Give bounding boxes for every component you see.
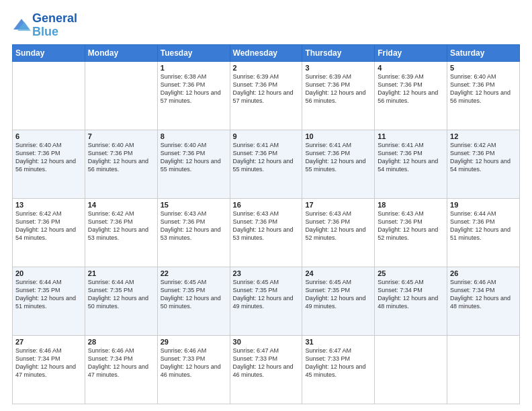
calendar-header-tuesday: Tuesday <box>157 44 230 61</box>
day-number: 16 <box>233 201 300 209</box>
calendar-cell <box>85 61 157 130</box>
day-number: 27 <box>15 338 82 346</box>
day-info: Sunrise: 6:39 AM Sunset: 7:36 PM Dayligh… <box>233 73 300 105</box>
day-number: 2 <box>233 64 300 72</box>
calendar-cell: 22Sunrise: 6:45 AM Sunset: 7:35 PM Dayli… <box>157 267 230 335</box>
calendar-cell: 11Sunrise: 6:41 AM Sunset: 7:36 PM Dayli… <box>375 130 447 198</box>
day-number: 29 <box>161 338 227 346</box>
day-number: 8 <box>161 132 227 140</box>
calendar-cell: 29Sunrise: 6:46 AM Sunset: 7:33 PM Dayli… <box>157 335 230 404</box>
day-info: Sunrise: 6:45 AM Sunset: 7:34 PM Dayligh… <box>378 278 444 311</box>
calendar-cell: 14Sunrise: 6:42 AM Sunset: 7:36 PM Dayli… <box>85 198 157 267</box>
calendar-header-friday: Friday <box>375 44 447 61</box>
day-info: Sunrise: 6:44 AM Sunset: 7:36 PM Dayligh… <box>450 210 517 242</box>
day-info: Sunrise: 6:45 AM Sunset: 7:35 PM Dayligh… <box>233 278 300 311</box>
calendar-header-saturday: Saturday <box>447 44 520 61</box>
calendar-cell: 8Sunrise: 6:40 AM Sunset: 7:36 PM Daylig… <box>157 130 230 198</box>
day-info: Sunrise: 6:41 AM Sunset: 7:36 PM Dayligh… <box>378 141 444 174</box>
calendar-cell: 23Sunrise: 6:45 AM Sunset: 7:35 PM Dayli… <box>230 267 302 335</box>
header: General Blue <box>12 12 520 39</box>
day-info: Sunrise: 6:40 AM Sunset: 7:36 PM Dayligh… <box>161 141 227 174</box>
day-number: 19 <box>450 201 517 209</box>
day-number: 13 <box>15 201 82 209</box>
day-number: 6 <box>15 132 82 140</box>
day-info: Sunrise: 6:44 AM Sunset: 7:35 PM Dayligh… <box>88 278 154 311</box>
day-number: 17 <box>305 201 371 209</box>
calendar-week-3: 13Sunrise: 6:42 AM Sunset: 7:36 PM Dayli… <box>13 198 520 267</box>
calendar-cell: 1Sunrise: 6:38 AM Sunset: 7:36 PM Daylig… <box>157 61 230 130</box>
day-info: Sunrise: 6:43 AM Sunset: 7:36 PM Dayligh… <box>378 210 444 242</box>
calendar-cell: 2Sunrise: 6:39 AM Sunset: 7:36 PM Daylig… <box>230 61 302 130</box>
day-info: Sunrise: 6:47 AM Sunset: 7:33 PM Dayligh… <box>233 347 300 379</box>
calendar-cell: 25Sunrise: 6:45 AM Sunset: 7:34 PM Dayli… <box>375 267 447 335</box>
day-info: Sunrise: 6:42 AM Sunset: 7:36 PM Dayligh… <box>15 210 82 242</box>
calendar-cell: 6Sunrise: 6:40 AM Sunset: 7:36 PM Daylig… <box>13 130 85 198</box>
day-info: Sunrise: 6:39 AM Sunset: 7:36 PM Dayligh… <box>378 73 444 105</box>
day-number: 22 <box>161 269 227 277</box>
day-info: Sunrise: 6:38 AM Sunset: 7:36 PM Dayligh… <box>161 73 227 105</box>
calendar-cell: 26Sunrise: 6:46 AM Sunset: 7:34 PM Dayli… <box>447 267 520 335</box>
day-number: 30 <box>233 338 300 346</box>
day-info: Sunrise: 6:41 AM Sunset: 7:36 PM Dayligh… <box>305 141 371 174</box>
day-number: 21 <box>88 269 154 277</box>
day-info: Sunrise: 6:46 AM Sunset: 7:34 PM Dayligh… <box>15 347 82 379</box>
day-info: Sunrise: 6:46 AM Sunset: 7:34 PM Dayligh… <box>88 347 154 379</box>
logo: General Blue <box>12 12 77 39</box>
day-info: Sunrise: 6:41 AM Sunset: 7:36 PM Dayligh… <box>233 141 300 174</box>
calendar-cell: 15Sunrise: 6:43 AM Sunset: 7:36 PM Dayli… <box>157 198 230 267</box>
day-number: 12 <box>450 132 517 140</box>
calendar-cell: 24Sunrise: 6:45 AM Sunset: 7:35 PM Dayli… <box>302 267 375 335</box>
calendar-header-wednesday: Wednesday <box>230 44 302 61</box>
day-info: Sunrise: 6:39 AM Sunset: 7:36 PM Dayligh… <box>305 73 371 105</box>
day-info: Sunrise: 6:46 AM Sunset: 7:33 PM Dayligh… <box>161 347 227 379</box>
calendar-header-thursday: Thursday <box>302 44 375 61</box>
page: General Blue SundayMondayTuesdayWednesda… <box>0 0 532 411</box>
day-info: Sunrise: 6:43 AM Sunset: 7:36 PM Dayligh… <box>161 210 227 242</box>
day-number: 3 <box>305 64 371 72</box>
calendar-cell: 16Sunrise: 6:43 AM Sunset: 7:36 PM Dayli… <box>230 198 302 267</box>
calendar-cell: 5Sunrise: 6:40 AM Sunset: 7:36 PM Daylig… <box>447 61 520 130</box>
day-info: Sunrise: 6:43 AM Sunset: 7:36 PM Dayligh… <box>305 210 371 242</box>
calendar-table: SundayMondayTuesdayWednesdayThursdayFrid… <box>12 44 520 404</box>
day-number: 24 <box>305 269 371 277</box>
day-info: Sunrise: 6:43 AM Sunset: 7:36 PM Dayligh… <box>233 210 300 242</box>
day-info: Sunrise: 6:42 AM Sunset: 7:36 PM Dayligh… <box>450 141 517 174</box>
calendar-cell <box>13 61 85 130</box>
logo-icon <box>12 16 31 35</box>
day-info: Sunrise: 6:45 AM Sunset: 7:35 PM Dayligh… <box>305 278 371 311</box>
day-number: 1 <box>161 64 227 72</box>
day-info: Sunrise: 6:42 AM Sunset: 7:36 PM Dayligh… <box>88 210 154 242</box>
day-number: 20 <box>15 269 82 277</box>
calendar-cell: 27Sunrise: 6:46 AM Sunset: 7:34 PM Dayli… <box>13 335 85 404</box>
calendar-cell: 30Sunrise: 6:47 AM Sunset: 7:33 PM Dayli… <box>230 335 302 404</box>
day-number: 4 <box>378 64 444 72</box>
day-number: 31 <box>305 338 371 346</box>
calendar-cell: 12Sunrise: 6:42 AM Sunset: 7:36 PM Dayli… <box>447 130 520 198</box>
day-number: 7 <box>88 132 154 140</box>
calendar-cell: 31Sunrise: 6:47 AM Sunset: 7:33 PM Dayli… <box>302 335 375 404</box>
day-number: 5 <box>450 64 517 72</box>
calendar-header-monday: Monday <box>85 44 157 61</box>
calendar-header-row: SundayMondayTuesdayWednesdayThursdayFrid… <box>13 44 520 61</box>
calendar-cell <box>375 335 447 404</box>
calendar-cell: 13Sunrise: 6:42 AM Sunset: 7:36 PM Dayli… <box>13 198 85 267</box>
calendar-week-5: 27Sunrise: 6:46 AM Sunset: 7:34 PM Dayli… <box>13 335 520 404</box>
calendar-cell: 19Sunrise: 6:44 AM Sunset: 7:36 PM Dayli… <box>447 198 520 267</box>
day-info: Sunrise: 6:44 AM Sunset: 7:35 PM Dayligh… <box>15 278 82 311</box>
calendar-cell: 9Sunrise: 6:41 AM Sunset: 7:36 PM Daylig… <box>230 130 302 198</box>
day-info: Sunrise: 6:40 AM Sunset: 7:36 PM Dayligh… <box>15 141 82 174</box>
calendar-cell <box>447 335 520 404</box>
calendar-header-sunday: Sunday <box>13 44 85 61</box>
day-info: Sunrise: 6:46 AM Sunset: 7:34 PM Dayligh… <box>450 278 517 311</box>
calendar-week-2: 6Sunrise: 6:40 AM Sunset: 7:36 PM Daylig… <box>13 130 520 198</box>
day-number: 26 <box>450 269 517 277</box>
day-number: 28 <box>88 338 154 346</box>
calendar-cell: 7Sunrise: 6:40 AM Sunset: 7:36 PM Daylig… <box>85 130 157 198</box>
calendar-cell: 10Sunrise: 6:41 AM Sunset: 7:36 PM Dayli… <box>302 130 375 198</box>
day-info: Sunrise: 6:40 AM Sunset: 7:36 PM Dayligh… <box>88 141 154 174</box>
day-number: 14 <box>88 201 154 209</box>
day-info: Sunrise: 6:45 AM Sunset: 7:35 PM Dayligh… <box>161 278 227 311</box>
calendar-week-1: 1Sunrise: 6:38 AM Sunset: 7:36 PM Daylig… <box>13 61 520 130</box>
day-number: 11 <box>378 132 444 140</box>
calendar-cell: 28Sunrise: 6:46 AM Sunset: 7:34 PM Dayli… <box>85 335 157 404</box>
